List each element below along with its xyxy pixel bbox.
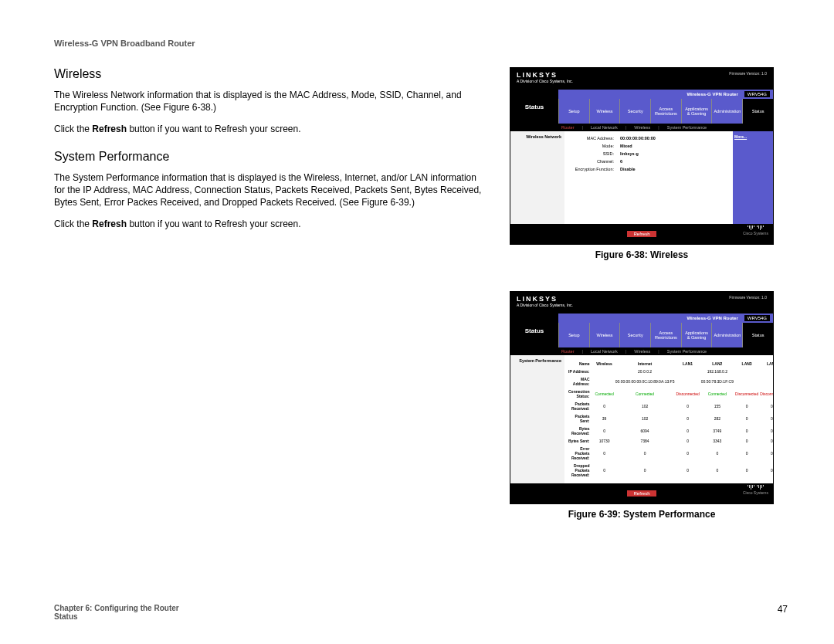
tab-status[interactable]: Status: [742, 99, 773, 124]
section-sysperf-p1: The System Performance information that …: [54, 171, 486, 209]
tab-admin[interactable]: Administration: [711, 99, 742, 124]
doc-header: Wireless-G VPN Broadband Router: [54, 39, 788, 48]
side-label: System Performance: [510, 355, 564, 483]
section-sysperf-title: System Performance: [54, 150, 486, 164]
subtab-wireless[interactable]: Wireless: [634, 349, 650, 354]
wireless-info: MAC Address:00:00:00:00:00:00 Mode:Mixed…: [564, 131, 733, 224]
more-link[interactable]: More...: [733, 131, 773, 224]
sub-tabs: Router | Local Network | Wireless | Syst…: [510, 124, 773, 131]
subtab-sysperf[interactable]: System Performance: [667, 349, 707, 354]
figure-6-38: LINKSYS A Division of Cisco Systems, Inc…: [510, 67, 774, 245]
router-title: Wireless-G VPN Router: [687, 316, 737, 320]
subtab-sysperf[interactable]: System Performance: [667, 125, 707, 130]
subtab-local[interactable]: Local Network: [591, 125, 618, 130]
tab-access[interactable]: Access Restrictions: [650, 99, 681, 124]
cisco-logo: Cisco Systems: [743, 485, 768, 495]
footer: Chapter 6: Configuring the Router Status: [54, 604, 179, 621]
page-title: Status: [510, 314, 558, 347]
subtab-wireless[interactable]: Wireless: [634, 125, 650, 130]
linksys-sub: A Division of Cisco Systems, Inc.: [517, 303, 767, 307]
section-sysperf-p2: Click the Refresh button if you want to …: [54, 218, 486, 230]
tab-apps[interactable]: Applications & Gaming: [681, 99, 712, 124]
router-model: WRV54G: [744, 315, 770, 321]
perf-info: NameWirelessInternetLAN1LAN2LAN3LAN4IP A…: [564, 355, 774, 483]
footer-sub: Status: [54, 612, 179, 621]
firmware-version: Firmware Version: 1.0: [729, 295, 767, 300]
footer-chapter: Chapter 6: Configuring the Router: [54, 604, 179, 612]
main-tabs: Setup Wireless Security Access Restricti…: [558, 99, 773, 124]
tab-apps[interactable]: Applications & Gaming: [681, 323, 712, 347]
router-model: WRV54G: [744, 91, 770, 97]
figure-6-38-caption: Figure 6-38: Wireless: [510, 249, 774, 260]
side-label: Wireless Network: [510, 131, 564, 224]
tab-setup[interactable]: Setup: [558, 99, 589, 124]
subtab-local[interactable]: Local Network: [591, 349, 618, 354]
right-column: LINKSYS A Division of Cisco Systems, Inc…: [510, 67, 774, 551]
router-title: Wireless-G VPN Router: [687, 92, 737, 97]
page-number: 47: [778, 604, 788, 615]
tab-security[interactable]: Security: [619, 99, 650, 124]
refresh-button[interactable]: Refresh: [627, 490, 656, 497]
section-wireless-title: Wireless: [54, 67, 486, 81]
tab-security[interactable]: Security: [619, 323, 650, 347]
tab-access[interactable]: Access Restrictions: [650, 323, 681, 347]
tab-setup[interactable]: Setup: [558, 323, 589, 347]
firmware-version: Firmware Version: 1.0: [729, 71, 767, 76]
left-column: Wireless The Wireless Network informatio…: [54, 67, 486, 551]
cisco-logo: Cisco Systems: [743, 225, 768, 236]
sub-tabs: Router | Local Network | Wireless | Syst…: [510, 347, 773, 355]
subtab-router[interactable]: Router: [561, 125, 575, 130]
subtab-router[interactable]: Router: [561, 349, 575, 354]
tab-status[interactable]: Status: [742, 323, 773, 347]
linksys-sub: A Division of Cisco Systems, Inc.: [517, 79, 767, 83]
tab-wireless[interactable]: Wireless: [589, 99, 620, 124]
page-title: Status: [510, 90, 558, 124]
section-wireless-p1: The Wireless Network information that is…: [54, 89, 486, 114]
main-tabs: Setup Wireless Security Access Restricti…: [558, 323, 773, 347]
figure-6-39-caption: Figure 6-39: System Performance: [510, 509, 774, 520]
figure-6-39: LINKSYS A Division of Cisco Systems, Inc…: [510, 291, 774, 504]
tab-wireless[interactable]: Wireless: [589, 323, 620, 347]
tab-admin[interactable]: Administration: [711, 323, 742, 347]
section-wireless-p2: Click the Refresh button if you want to …: [54, 123, 486, 135]
refresh-button[interactable]: Refresh: [627, 231, 656, 237]
